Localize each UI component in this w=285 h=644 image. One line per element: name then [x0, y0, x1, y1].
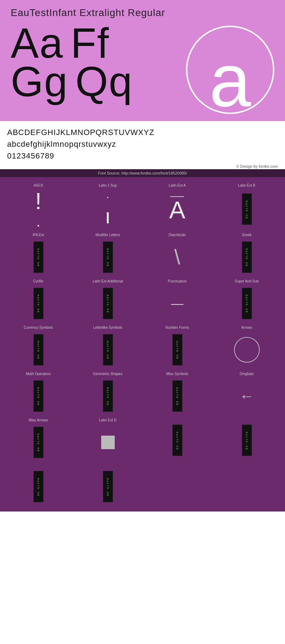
grid-cell-diacriticals: Diacriticals \: [142, 230, 212, 276]
cell-label-ipa-ext: IPA Ext: [32, 233, 44, 237]
grid-cell-latin-ext-d: Latin Ext D: [73, 415, 142, 462]
preview-letter-qq: Qq: [75, 61, 133, 103]
no-glyph-badge-col4-row6: NO GLYPH: [242, 425, 252, 456]
no-glyph-badge-latin-ext-b: NO GLYPH: [242, 193, 252, 225]
cell-label-latin-ext-b: Latin Ext B: [238, 183, 255, 187]
cell-label-dingbats: Dingbats: [240, 372, 254, 376]
no-glyph-badge-currency-symbols: NO GLYPH: [33, 334, 43, 365]
cell-label-letterlike-symbols: Letterlike Symbols: [93, 326, 123, 329]
grid-cell-ipa-ext: IPA Ext NO GLYPH: [4, 230, 73, 276]
no-glyph-badge-col3-row6: NO GLYPH: [172, 425, 182, 456]
no-glyph-badge-misc-symbols: NO GLYPH: [172, 380, 182, 412]
grid-cell-col4-row6: NO GLYPH: [212, 415, 281, 462]
grid-cell-math-operators: Math Operators NO GLYPH: [4, 369, 73, 415]
grid-cell-punctuation: Punctuation —: [142, 276, 212, 323]
digits: 0123456789: [7, 150, 278, 162]
grid-cell-misc-symbols: Misc Symbols NO GLYPH: [142, 369, 212, 415]
glyph-middot: ·: [106, 191, 109, 202]
grid-cell-currency-symbols: Currency Symbols NO GLYPH: [4, 323, 73, 369]
no-glyph-badge-greek: NO GLYPH: [242, 242, 252, 273]
cell-label-punctuation: Punctuation: [168, 279, 187, 283]
cell-label-misc-arrows: Misc Arrows: [29, 418, 48, 422]
no-glyph-badge-latin-ext-additional: NO GLYPH: [103, 288, 113, 319]
grid-cell-latin-ext-a: Latin Ext A A: [142, 181, 212, 230]
grid-cell-greek: Greek NO GLYPH: [212, 230, 281, 276]
grid-cell-latin-ext-b: Latin Ext B NO GLYPH: [212, 181, 281, 230]
cell-label-latin1sup: Latin 1 Sup: [99, 183, 117, 187]
preview-big-letter: a: [186, 26, 274, 114]
glyph-a-macron: A: [169, 198, 185, 222]
alphabet-lower: abcdefghijklmnopqrstuvwxyz: [7, 138, 278, 150]
cell-label-misc-symbols: Misc Symbols: [166, 372, 188, 376]
cell-label-super-and-sub: Super And Sub: [235, 279, 259, 283]
grid-cell-col2-row7: NO GLYPH: [73, 462, 142, 508]
grid-cell-dingbats: Dingbats ←: [212, 369, 281, 415]
no-glyph-badge-misc-arrows: NO GLYPH: [33, 427, 43, 458]
cell-label-latin-ext-additional: Latin Ext Additional: [93, 279, 123, 283]
cell-label-modifier-letters: Modifier Letters: [95, 233, 120, 237]
cell-label-number-forms: Number Forms: [165, 326, 189, 329]
grid-cell-super-and-sub: Super And Sub NO GLYPH: [212, 276, 281, 323]
cell-label-arrows: Arrows: [241, 326, 252, 329]
grid-cell-col4-row7: [212, 462, 281, 508]
glyph-black-square: [101, 436, 115, 449]
no-glyph-badge-number-forms: NO GLYPH: [172, 334, 182, 365]
cell-label-geometric-shapes: Geometric Shapes: [93, 372, 123, 376]
font-title: EauTestInfant Extralight Regular: [11, 7, 274, 19]
cell-label-latin-ext-a: Latin Ext A: [169, 183, 186, 187]
glyph-circle: [234, 337, 260, 363]
cell-label-currency-symbols: Currency Symbols: [24, 326, 53, 329]
grid-cell-arrows: Arrows: [212, 323, 281, 369]
cell-label-math-operators: Math Operators: [26, 372, 51, 376]
cell-label-latin-ext-d: Latin Ext D: [99, 418, 116, 422]
grid-cell-geometric-shapes: Geometric Shapes NO GLYPH: [73, 369, 142, 415]
alphabet-upper: ABCDEFGHIJKLMNOPQRSTUVWXYZ: [7, 126, 278, 138]
no-glyph-badge-cyrillic: NO GLYPH: [33, 288, 43, 319]
grid-cell-ascii: ASCII ! .: [4, 181, 73, 230]
grid-cell-cyrillic: Cyrillic NO GLYPH: [4, 276, 73, 323]
no-glyph-badge-col1-row7: NO GLYPH: [33, 471, 43, 502]
no-glyph-badge-modifier-letters: NO GLYPH: [103, 242, 113, 273]
cell-label-greek: Greek: [242, 233, 252, 237]
no-glyph-badge-letterlike-symbols: NO GLYPH: [103, 334, 113, 365]
no-glyph-badge-math-operators: NO GLYPH: [33, 380, 43, 412]
grid-cell-latin-ext-additional: Latin Ext Additional NO GLYPH: [73, 276, 142, 323]
no-glyph-badge-super-and-sub: NO GLYPH: [242, 288, 252, 319]
no-glyph-badge-geometric-shapes: NO GLYPH: [103, 380, 113, 412]
copyright-text: © Design by fontke.com: [236, 164, 278, 168]
glyph-backslash: \: [174, 246, 180, 268]
source-text: Font Source: http://www.fontke.com/font/…: [98, 171, 187, 175]
grid-cell-letterlike-symbols: Letterlike Symbols NO GLYPH: [73, 323, 142, 369]
glyph-arrow-left: ←: [239, 388, 254, 405]
grid-cell-col3-row7: [142, 462, 212, 508]
cell-label-ascii: ASCII: [33, 183, 43, 187]
glyph-exclamation: !: [35, 189, 41, 213]
no-glyph-badge-col2-row7: NO GLYPH: [103, 471, 113, 502]
glyph-period: .: [36, 214, 40, 229]
grid-cell-number-forms: Number Forms NO GLYPH: [142, 323, 212, 369]
cell-label-cyrillic: Cyrillic: [33, 279, 43, 283]
grid-cell-modifier-letters: Modifier Letters NO GLYPH: [73, 230, 142, 276]
grid-cell-latin1sup: Latin 1 Sup · ı: [73, 181, 142, 230]
cell-label-diacriticals: Diacriticals: [169, 233, 186, 237]
grid-cell-col3-row6: NO GLYPH: [142, 415, 212, 462]
grid-cell-col1-row7: NO GLYPH: [4, 462, 73, 508]
no-glyph-badge-ipa-ext: NO GLYPH: [33, 242, 43, 273]
glyph-em-dash: —: [171, 296, 183, 311]
grid-cell-misc-arrows: Misc Arrows NO GLYPH: [4, 415, 73, 462]
preview-letter-gg: Gg: [11, 61, 68, 103]
glyph-dotless-i: ı: [105, 206, 111, 227]
